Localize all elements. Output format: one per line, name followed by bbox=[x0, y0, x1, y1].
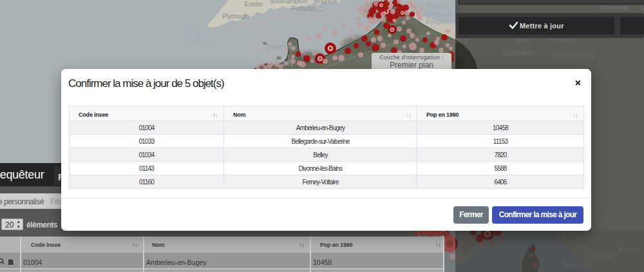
svg-text:Guernsey: Guernsey bbox=[266, 43, 297, 50]
svg-text:Southampton: Southampton bbox=[269, 0, 308, 5]
svg-text:Belgie /: Belgie / bbox=[425, 2, 450, 10]
svg-text:Mannheim: Mannheim bbox=[503, 50, 533, 57]
svg-text:Plymouth: Plymouth bbox=[222, 13, 249, 20]
svg-text:Premier plan: Premier plan bbox=[390, 61, 433, 70]
svg-text:Belgique /: Belgique / bbox=[424, 10, 457, 17]
svg-text:Jersey: Jersey bbox=[273, 59, 294, 66]
svg-text:Ancona: Ancona bbox=[619, 246, 641, 253]
svg-text:Exeter: Exeter bbox=[245, 1, 264, 8]
svg-text:Portsmouth: Portsmouth bbox=[291, 5, 324, 12]
svg-text:Mettre à jour: Mettre à jour bbox=[520, 22, 564, 30]
svg-text:Nurnberg: Nurnberg bbox=[551, 50, 596, 60]
svg-text:U: U bbox=[641, 5, 644, 11]
svg-text:Chemnitz: Chemnitz bbox=[600, 5, 630, 11]
svg-text:Belgien: Belgien bbox=[426, 17, 450, 25]
svg-text:Brighton: Brighton bbox=[314, 0, 337, 5]
svg-text:Grosseto: Grosseto bbox=[563, 262, 589, 269]
svg-text:Perugia: Perugia bbox=[592, 253, 614, 260]
svg-text:Couche d'interrogation :: Couche d'interrogation : bbox=[379, 54, 444, 61]
svg-text:Marino: Marino bbox=[589, 220, 607, 227]
